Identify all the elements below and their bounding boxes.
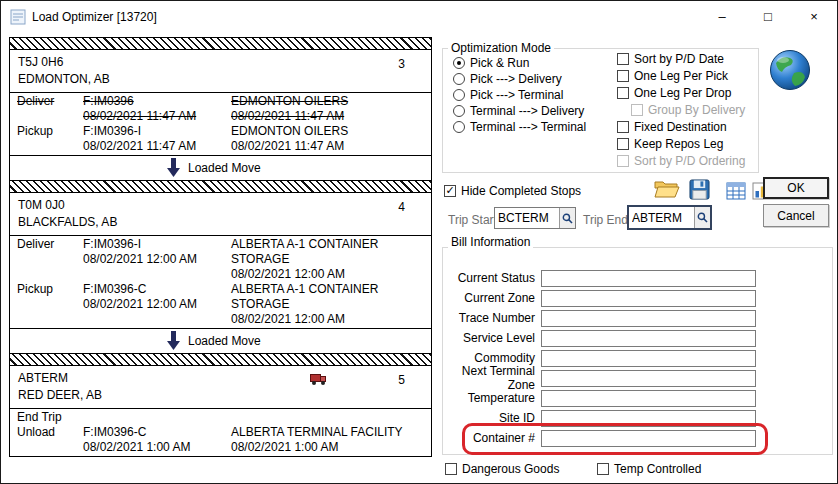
- trip-end-lookup-button[interactable]: [694, 207, 710, 228]
- open-folder-button[interactable]: [653, 177, 681, 201]
- minimize-button[interactable]: –: [699, 1, 745, 32]
- radio-pick-and-run[interactable]: Pick & Run: [453, 55, 586, 71]
- checkbox-icon: [617, 121, 629, 133]
- ok-button[interactable]: OK: [763, 177, 829, 199]
- radio-icon: [453, 105, 465, 117]
- stop-item-5[interactable]: ABTERM 5 RED DEER, AB End Trip Unload: [10, 366, 431, 456]
- temperature-input[interactable]: [541, 390, 756, 407]
- cancel-button[interactable]: Cancel: [763, 204, 829, 227]
- checkbox-icon: [617, 155, 629, 167]
- checkbox-hide-completed-stops[interactable]: ✓ Hide Completed Stops: [444, 182, 581, 199]
- freight-ref-date: 08/02/2021 12:00 AM: [83, 297, 231, 312]
- field-row-temperature: Temperature: [442, 388, 833, 408]
- freight-ref: F:IM0396-C: [83, 425, 231, 440]
- current-status-label: Current Status: [442, 271, 541, 285]
- maximize-button[interactable]: □: [745, 1, 791, 32]
- app-icon: [10, 9, 26, 25]
- checkbox-icon: [445, 463, 457, 475]
- checkbox-label: Group By Delivery: [648, 103, 745, 117]
- stop-action-row[interactable]: Deliver F:IM0396-I 08/02/2021 12:00 AM A…: [10, 237, 431, 282]
- checkbox-one-leg-per-pick[interactable]: One Leg Per Pick: [617, 67, 745, 84]
- radio-pick-to-delivery[interactable]: Pick ---> Delivery: [453, 71, 586, 87]
- party-name: ALBERTA A-1 CONTAINER STORAGE: [231, 237, 431, 267]
- checkbox-label: Temp Controlled: [614, 462, 701, 476]
- freight-ref-date: 08/02/2021 12:00 AM: [83, 252, 231, 267]
- party-date: 08/02/2021 11:47 AM: [231, 109, 431, 124]
- field-row-current-status: Current Status: [442, 268, 833, 288]
- load-optimizer-dialog: Load Optimizer [13720] – □ × T5J 0H6 3 E…: [0, 0, 838, 484]
- checkbox-icon: [617, 70, 629, 82]
- optimization-radio-list: Pick & Run Pick ---> Delivery Pick ---> …: [453, 55, 586, 135]
- checkbox-temp-controlled[interactable]: Temp Controlled: [597, 460, 701, 477]
- move-label: Loaded Move: [188, 334, 261, 348]
- party-name: EDMONTON OILERS: [231, 94, 431, 109]
- trip-start-lookup-button[interactable]: [559, 208, 575, 228]
- stop-item-3[interactable]: T5J 0H6 3 EDMONTON, AB Deliver F:IM0396 …: [10, 50, 431, 180]
- radio-terminal-to-terminal[interactable]: Terminal ---> Terminal: [453, 119, 586, 135]
- trace-number-input[interactable]: [541, 310, 756, 327]
- trip-start-input[interactable]: [495, 208, 559, 228]
- report-table-button[interactable]: [725, 181, 747, 201]
- close-button[interactable]: ×: [791, 1, 837, 32]
- stop-action-row[interactable]: Deliver F:IM0396 08/02/2021 11:47 AM EDM…: [10, 94, 431, 124]
- radio-icon: [453, 121, 465, 133]
- action-label: Deliver: [10, 237, 83, 282]
- freight-ref-date: 08/02/2021 11:47 AM: [83, 109, 231, 124]
- trip-start-field: [494, 207, 576, 229]
- current-status-input[interactable]: [541, 270, 756, 287]
- checkbox-dangerous-goods[interactable]: Dangerous Goods: [445, 460, 559, 477]
- freight-ref: F:IM0396-C: [83, 282, 231, 297]
- globe-icon: [767, 47, 813, 93]
- radio-icon: [453, 89, 465, 101]
- optimization-mode-legend: Optimization Mode: [448, 41, 554, 55]
- checkbox-label: Sort by P/D Date: [634, 52, 724, 66]
- magnifier-icon: [562, 213, 573, 224]
- stop-city: EDMONTON, AB: [18, 71, 423, 88]
- trip-end-input[interactable]: [629, 207, 694, 228]
- save-button[interactable]: [687, 178, 711, 201]
- checkbox-fixed-destination[interactable]: Fixed Destination: [617, 118, 745, 135]
- stop-action-row[interactable]: Pickup F:IM0396-C 08/02/2021 12:00 AM AL…: [10, 282, 431, 327]
- checkbox-icon: [617, 87, 629, 99]
- radio-selected-icon: [453, 57, 465, 69]
- service-level-input[interactable]: [541, 330, 756, 347]
- party-date: 08/02/2021 12:00 AM: [231, 312, 431, 327]
- truck-icon: [310, 372, 328, 386]
- down-arrow-icon: [167, 158, 180, 178]
- party-date: 08/02/2021 11:47 AM: [231, 139, 431, 154]
- commodity-input[interactable]: [541, 350, 756, 367]
- checkbox-group-by-delivery: Group By Delivery: [631, 101, 745, 118]
- checkbox-label: Hide Completed Stops: [461, 184, 581, 198]
- checkbox-icon: [617, 138, 629, 150]
- radio-label: Terminal ---> Terminal: [470, 120, 586, 134]
- stop-action-row[interactable]: End Trip Unload F:IM0396-C 08/02/2021 1:…: [10, 410, 431, 455]
- checkbox-keep-repos-leg[interactable]: Keep Repos Leg: [617, 135, 745, 152]
- checkbox-one-leg-per-drop[interactable]: One Leg Per Drop: [617, 84, 745, 101]
- checkbox-label: Sort by P/D Ordering: [634, 154, 745, 168]
- stop-separator-bar: [10, 180, 431, 193]
- trip-start-label: Trip Start: [448, 213, 497, 227]
- stop-city: BLACKFALDS, AB: [18, 214, 423, 231]
- site-id-input[interactable]: [541, 410, 756, 427]
- radio-label: Pick ---> Terminal: [470, 88, 563, 102]
- next-terminal-zone-input[interactable]: [541, 370, 756, 387]
- checkbox-sort-by-pd-date[interactable]: Sort by P/D Date: [617, 50, 745, 67]
- radio-pick-to-terminal[interactable]: Pick ---> Terminal: [453, 87, 586, 103]
- freight-ref-date: 08/02/2021 11:47 AM: [83, 139, 231, 154]
- container-number-input[interactable]: [541, 430, 756, 447]
- checkbox-label: One Leg Per Pick: [634, 69, 728, 83]
- radio-terminal-to-delivery[interactable]: Terminal ---> Delivery: [453, 103, 586, 119]
- stop-separator-bar: [10, 37, 431, 50]
- party-date: 08/02/2021 1:00 AM: [231, 440, 431, 455]
- action-label: Pickup: [10, 124, 83, 154]
- freight-ref: F:IM0396: [83, 94, 231, 109]
- field-row-site-id: Site ID: [442, 408, 833, 428]
- end-trip-label: End Trip: [17, 410, 83, 425]
- titlebar: Load Optimizer [13720] – □ ×: [1, 1, 837, 32]
- stop-action-row[interactable]: Pickup F:IM0396-I 08/02/2021 11:47 AM ED…: [10, 124, 431, 154]
- stop-item-4[interactable]: T0M 0J0 4 BLACKFALDS, AB Deliver F:IM039…: [10, 193, 431, 353]
- radio-label: Terminal ---> Delivery: [470, 104, 584, 118]
- checkbox-icon: [597, 463, 609, 475]
- current-zone-input[interactable]: [541, 290, 756, 307]
- checkbox-icon: [631, 104, 643, 116]
